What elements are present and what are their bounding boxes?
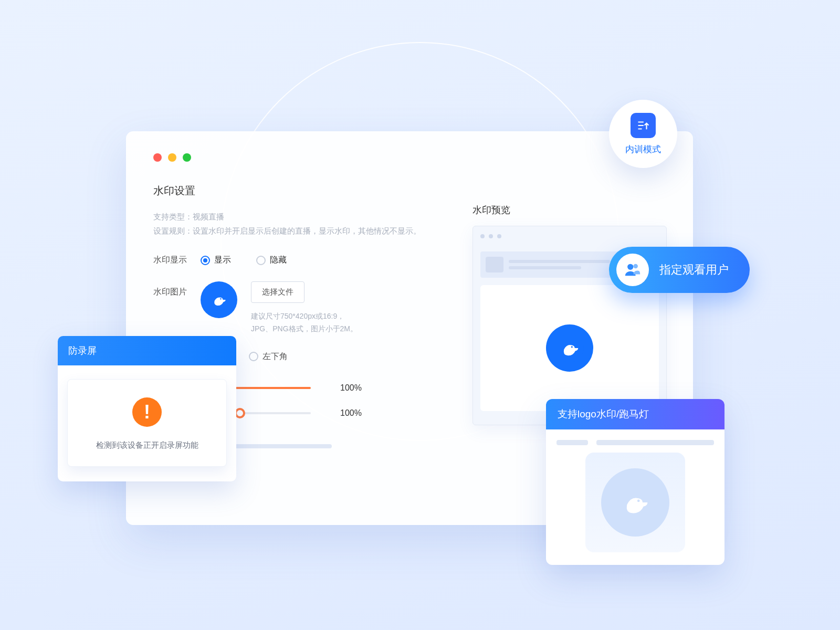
radio-show[interactable]: 显示	[201, 255, 231, 266]
slider-value: 100%	[340, 383, 362, 393]
duck-icon	[615, 482, 656, 523]
svg-rect-4	[638, 128, 642, 129]
radio-hide-label: 隐藏	[270, 255, 287, 266]
duck-logo-faded	[601, 468, 669, 537]
users-icon	[616, 254, 649, 286]
assign-viewer-label: 指定观看用户	[659, 262, 729, 278]
size-hint-2: JPG、PNG格式，图片小于2M。	[251, 323, 358, 335]
radio-icon	[201, 256, 210, 265]
anti-recording-alert: ! 检测到该设备正开启录屏功能	[67, 379, 227, 467]
dot-icon	[489, 234, 493, 238]
svg-rect-3	[638, 124, 644, 125]
display-label: 水印显示	[153, 255, 201, 266]
svg-rect-2	[638, 121, 644, 122]
duck-icon	[555, 334, 584, 362]
anti-recording-message: 检测到该设备正开启录屏功能	[96, 440, 198, 450]
radio-show-label: 显示	[214, 255, 231, 266]
preview-body	[480, 285, 659, 411]
svg-point-6	[633, 264, 638, 269]
placeholder-bars	[556, 440, 714, 445]
support-type-text: 支持类型：视频直播	[153, 209, 666, 224]
anti-recording-header: 防录屏	[58, 336, 236, 365]
window-traffic-lights	[153, 153, 666, 162]
image-label: 水印图片	[153, 281, 201, 298]
radio-icon	[249, 352, 258, 361]
radio-hide[interactable]: 隐藏	[256, 255, 287, 266]
warning-icon: !	[132, 397, 162, 427]
preview-title: 水印预览	[472, 204, 510, 216]
radio-icon	[256, 256, 266, 265]
dot-icon	[480, 234, 485, 238]
anti-recording-card: 防录屏 ! 检测到该设备正开启录屏功能	[58, 336, 236, 481]
slider-handle[interactable]	[235, 408, 245, 418]
choose-file-button[interactable]: 选择文件	[251, 281, 304, 303]
section-title: 水印设置	[153, 184, 666, 198]
duck-logo	[546, 324, 593, 372]
logo-preview-box	[585, 453, 685, 552]
size-hint-1: 建议尺寸750*420px或16:9，	[251, 310, 358, 323]
internal-training-label: 内训模式	[625, 143, 661, 155]
radio-bottom-left-label: 左下角	[262, 351, 288, 362]
logo-marquee-title: 支持logo水印/跑马灯	[546, 399, 724, 429]
list-upload-icon	[631, 113, 656, 138]
svg-point-5	[627, 264, 633, 270]
logo-marquee-card: 支持logo水印/跑马灯	[546, 399, 724, 565]
watermark-thumb	[201, 281, 237, 318]
preview-header	[473, 226, 666, 246]
close-icon[interactable]	[153, 153, 162, 162]
internal-training-badge[interactable]: 内训模式	[609, 100, 677, 168]
maximize-icon[interactable]	[183, 153, 191, 162]
assign-viewer-pill[interactable]: 指定观看用户	[609, 247, 750, 293]
duck-icon	[208, 289, 230, 311]
dot-icon	[497, 234, 501, 238]
minimize-icon[interactable]	[168, 153, 176, 162]
slider-value: 100%	[340, 408, 362, 418]
radio-bottom-left[interactable]: 左下角	[249, 351, 288, 362]
